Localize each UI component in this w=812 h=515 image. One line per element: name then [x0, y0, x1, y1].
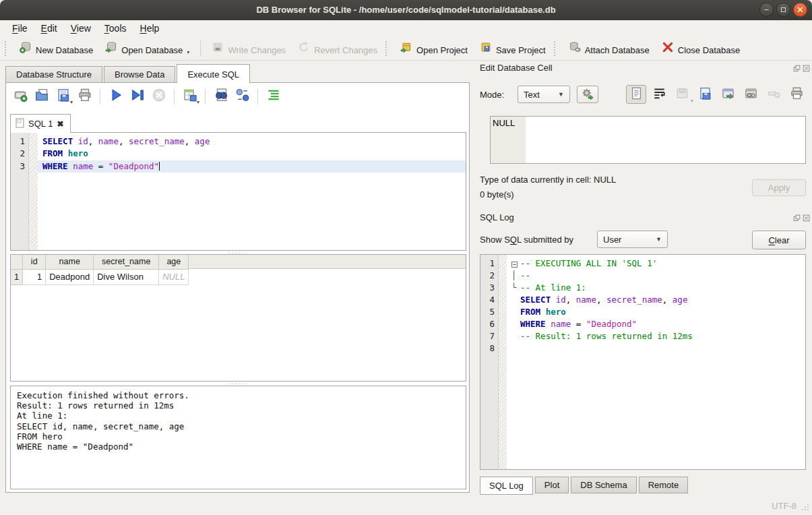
- format-sql-button[interactable]: [266, 88, 281, 104]
- write-changes-button: Write Changes: [206, 38, 292, 58]
- save-project-icon: [480, 41, 492, 55]
- execute-all-button[interactable]: [108, 88, 123, 104]
- menu-help[interactable]: Help: [133, 21, 166, 36]
- sql-log-header-buttons: [793, 214, 810, 221]
- cell-age[interactable]: NULL: [159, 269, 189, 284]
- set-as-null-icon: [767, 86, 781, 102]
- column-header-age[interactable]: age: [159, 255, 189, 269]
- window-controls: − ✕: [759, 3, 807, 17]
- text-mode-button[interactable]: [626, 85, 646, 104]
- menu-file[interactable]: File: [5, 21, 34, 36]
- row-header[interactable]: 1: [11, 269, 23, 284]
- resize-grip[interactable]: [801, 502, 809, 513]
- sql-tab[interactable]: SQL 1 ✖: [10, 114, 71, 133]
- tab-browse-data[interactable]: Browse Data: [104, 66, 175, 83]
- new-database-button[interactable]: New Database: [13, 38, 99, 58]
- maximize-button[interactable]: [776, 3, 790, 17]
- cell-secret-name[interactable]: Dive Wilson: [94, 269, 159, 284]
- text-mode-icon: [629, 86, 644, 102]
- fold-marker[interactable]: −: [511, 258, 520, 270]
- print-sql-button[interactable]: [77, 88, 92, 104]
- open-database-button[interactable]: Open Database▾: [99, 38, 195, 58]
- print-cell-icon: [790, 86, 804, 102]
- close-database-button[interactable]: Close Database: [656, 38, 747, 58]
- open-sql-file-button[interactable]: [34, 88, 49, 104]
- sql-toolbar-separator: [257, 89, 258, 104]
- clear-log-button[interactable]: Clear: [752, 231, 806, 249]
- column-header-name[interactable]: name: [46, 255, 94, 269]
- close-panel-icon[interactable]: [803, 214, 810, 221]
- chevron-down-icon: ▾: [691, 98, 693, 104]
- token: name: [98, 136, 119, 146]
- table-row: 11DeadpondDive WilsonNULL: [11, 269, 189, 284]
- write-changes-icon: [212, 41, 224, 55]
- menu-tools[interactable]: Tools: [98, 21, 133, 36]
- save-sql-file-button[interactable]: ▾: [55, 88, 71, 104]
- dock-tab-remote[interactable]: Remote: [639, 477, 689, 493]
- maximize-icon: [781, 7, 786, 12]
- export-to-file-button[interactable]: [695, 85, 715, 104]
- mode-select[interactable]: Text ▼: [518, 86, 570, 103]
- toolbar-handle[interactable]: [385, 41, 391, 56]
- tab-execute-sql[interactable]: Execute SQL: [177, 64, 250, 83]
- sql-editor[interactable]: 123 SELECT id, name, secret_name, ageFRO…: [10, 132, 466, 251]
- float-panel-icon[interactable]: [793, 214, 801, 221]
- token: hero: [68, 148, 88, 158]
- column-header-secret-name[interactable]: secret_name: [94, 255, 159, 269]
- close-button[interactable]: ✕: [793, 3, 807, 17]
- open-project-button[interactable]: Open Project: [394, 38, 474, 58]
- toolbar-handle[interactable]: [5, 41, 10, 56]
- token: ,: [119, 136, 129, 146]
- format-sql-icon: [266, 88, 281, 104]
- float-panel-icon[interactable]: [793, 64, 801, 71]
- token: hero: [546, 307, 566, 317]
- code-line: −-- EXECUTING ALL IN 'SQL 1': [507, 258, 805, 270]
- toolbar-handle[interactable]: [554, 41, 559, 56]
- dock-tab-db-schema[interactable]: DB Schema: [571, 477, 636, 493]
- sql-toolbar-separator: [174, 89, 175, 104]
- execute-all-icon: [108, 88, 123, 104]
- dock-tab-sql-log[interactable]: SQL Log: [480, 477, 533, 495]
- cell-id[interactable]: 1: [23, 269, 46, 284]
- find-replace-button[interactable]: [235, 88, 250, 104]
- execute-current-line-button[interactable]: [129, 88, 145, 104]
- line-number: 1: [11, 135, 28, 148]
- cell-editor-toolbar: ▾: [626, 85, 807, 104]
- save-sql-file-icon: [56, 88, 71, 104]
- new-sql-tab-button[interactable]: [12, 88, 28, 104]
- sql-log-view[interactable]: 12345678 −-- EXECUTING ALL IN 'SQL 1'│--…: [480, 254, 806, 470]
- minimize-button[interactable]: −: [759, 3, 774, 17]
- cell-name[interactable]: Deadpond: [46, 269, 94, 284]
- stop-execution-button: [151, 88, 166, 104]
- menu-view[interactable]: View: [64, 21, 98, 36]
- save-project-button[interactable]: Save Project: [474, 38, 552, 58]
- attach-database-button[interactable]: Attach Database: [563, 38, 656, 58]
- corner-cell[interactable]: [11, 255, 23, 269]
- menu-edit[interactable]: Edit: [34, 21, 64, 36]
- copy-cell-link-button[interactable]: [741, 85, 761, 104]
- editor-code-area[interactable]: SELECT id, name, secret_name, ageFROM he…: [38, 133, 466, 250]
- token: "Deadpond": [586, 319, 637, 329]
- cell-value-editor[interactable]: NULL: [490, 116, 806, 164]
- column-header-id[interactable]: id: [23, 255, 46, 269]
- log-filter-select[interactable]: User ▼: [597, 231, 668, 248]
- auto-apply-button[interactable]: [577, 86, 598, 103]
- save-results-button[interactable]: ▾: [182, 88, 197, 104]
- word-wrap-button[interactable]: [649, 85, 669, 104]
- close-tab-icon[interactable]: ✖: [57, 119, 63, 129]
- minimize-icon: −: [764, 5, 770, 14]
- close-panel-icon[interactable]: [803, 64, 810, 71]
- save-project-label: Save Project: [496, 45, 546, 55]
- cell-value-text: NULL: [493, 118, 515, 128]
- attach-database-label: Attach Database: [585, 45, 650, 55]
- code-line: └-- At line 1:: [507, 282, 805, 294]
- token: -- At line 1:: [520, 282, 586, 293]
- token: ,: [662, 295, 673, 305]
- token: ,: [566, 295, 576, 305]
- find-button[interactable]: [213, 88, 228, 104]
- open-in-app-button[interactable]: [718, 85, 738, 104]
- print-cell-button[interactable]: [786, 85, 807, 104]
- dock-tab-plot[interactable]: Plot: [535, 477, 569, 493]
- collapse-icon[interactable]: −: [511, 262, 518, 268]
- tab-database-structure[interactable]: Database Structure: [5, 66, 102, 83]
